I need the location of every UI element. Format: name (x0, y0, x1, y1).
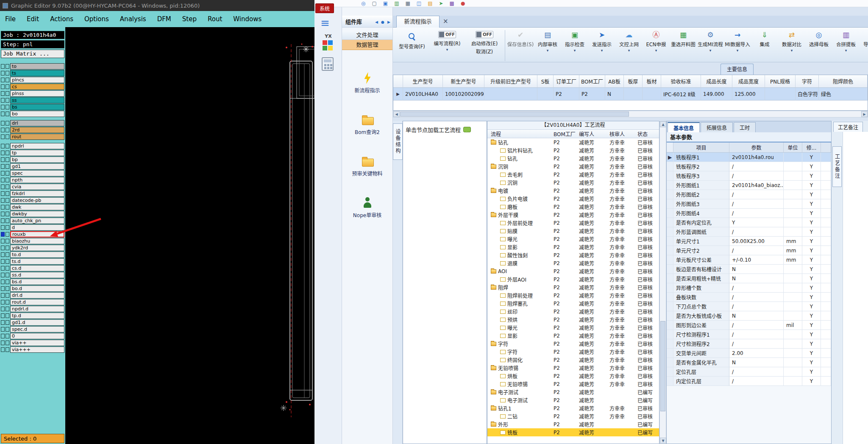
param-row[interactable]: 单元尺寸2 / mm Y (667, 246, 831, 255)
layer-context-toggle[interactable] (1, 191, 5, 196)
param-row[interactable]: 外形蓝调图纸 / Y (667, 227, 831, 237)
process-step-row[interactable]: 显影 P2 减艳芳 方幸幸 已审核 (487, 243, 659, 251)
layer-display-toggle[interactable] (6, 341, 9, 345)
column-header[interactable]: 板材 (643, 75, 661, 88)
layer-display-toggle[interactable] (6, 164, 9, 169)
menu-item[interactable]: Edit (27, 15, 39, 23)
scroll-up-icon[interactable]: ▲ (660, 121, 666, 127)
layer-context-toggle[interactable] (1, 252, 5, 257)
tab-new-flow-instruction[interactable]: 新流程指示 (396, 16, 440, 28)
layer-display-toggle[interactable] (6, 71, 9, 75)
layer-row[interactable]: ss (1, 97, 64, 103)
process-step-row[interactable]: 磨板 P2 减艳芳 方幸幸 已审核 (487, 203, 659, 211)
layer-display-toggle[interactable] (6, 91, 9, 96)
tab-work-hours[interactable]: 工时 (734, 122, 756, 132)
layer-display-toggle[interactable] (6, 286, 9, 291)
layer-row[interactable]: rout (1, 134, 64, 140)
process-step-row[interactable]: 字符 P2 减艳芳 方幸幸 已审核 (487, 348, 659, 356)
layer-row[interactable]: rout.d (1, 299, 64, 305)
layer-name[interactable]: via++ (10, 340, 64, 346)
process-step-row[interactable]: 无铅喷锡 P2 减艳芳 方幸幸 已审核 (487, 364, 659, 372)
layer-display-toggle[interactable] (6, 198, 9, 203)
param-row[interactable]: 外形图纸1 2v0101h4a0_biaoz... Y (667, 181, 831, 190)
layer-name[interactable]: via+++ (10, 346, 64, 353)
layer-context-toggle[interactable] (1, 98, 5, 103)
toolbar-button[interactable]: 导出板报 ▾ (860, 29, 868, 53)
param-row[interactable]: 叠板块数 / Y (667, 293, 831, 302)
top-toolbar-icon[interactable] (361, 0, 365, 7)
off-toggle[interactable]: OFF (438, 31, 456, 38)
param-row[interactable]: 单元尺寸1 50.00X25.00 mm Y (667, 237, 831, 246)
layer-name[interactable]: rouxb (10, 231, 64, 237)
layer-row[interactable]: ss.d (1, 272, 64, 278)
layer-row[interactable]: npdrl.d (1, 306, 64, 312)
param-row[interactable]: 是否采用粗铣+精铣 N Y (667, 274, 831, 283)
layer-display-toggle[interactable] (6, 347, 9, 352)
dropdown-caret-icon[interactable]: ▾ (588, 48, 615, 53)
layer-name[interactable]: spec.d (10, 326, 64, 332)
layer-display-toggle[interactable] (6, 239, 9, 243)
layer-name[interactable]: plnss (10, 90, 64, 97)
column-header[interactable]: BOM工厂 (579, 75, 605, 88)
column-header[interactable]: 板厚 (624, 75, 643, 88)
layer-context-toggle[interactable] (1, 198, 5, 203)
layer-name[interactable]: ss (10, 97, 64, 103)
param-row[interactable]: 异形槽个数 / Y (667, 283, 831, 293)
layer-row[interactable]: fzkdrl (1, 190, 64, 197)
layer-context-toggle[interactable] (1, 293, 5, 298)
process-step-row[interactable]: 曝光 P2 减艳芳 方幸幸 已审核 (487, 324, 659, 332)
calculator-icon[interactable] (322, 57, 334, 71)
toolbar-button[interactable]: 发送指示 ▾ (588, 29, 615, 53)
column-header[interactable]: AB板 (605, 75, 624, 88)
scroll-right-icon[interactable]: ▶ (861, 111, 868, 117)
param-row[interactable]: 尺寸检测程序1 / Y (667, 330, 831, 339)
top-toolbar-icon[interactable] (383, 0, 388, 7)
layer-name[interactable]: ts (10, 70, 64, 76)
dropdown-caret-icon[interactable]: ▾ (724, 48, 751, 53)
layer-row[interactable]: dwk (1, 204, 64, 210)
layer-row[interactable]: tp (1, 150, 64, 156)
process-step-row[interactable]: 负片电镀 P2 减艳芳 方幸幸 已审核 (487, 195, 659, 203)
process-step-row[interactable]: 阻焊前处理 P2 减艳芳 方幸幸 已审核 (487, 291, 659, 299)
col-value[interactable]: 参数 (729, 142, 784, 152)
notes-tab[interactable]: 工艺备注 (833, 122, 863, 132)
layer-row[interactable]: drl (1, 120, 64, 126)
process-step-row[interactable]: 酸性蚀刻 P2 减艳芳 方幸幸 已审核 (487, 251, 659, 259)
nav-prev-icon[interactable]: ◀ (375, 20, 378, 24)
menu-item[interactable]: Windows (233, 15, 262, 23)
process-step-row[interactable]: 二钻 P2 减艳芳 方幸幸 已审核 (487, 412, 659, 420)
col-bom-factory[interactable]: BOM工厂 (551, 130, 576, 138)
layer-name[interactable]: to.d (10, 251, 64, 258)
layer-context-toggle[interactable] (1, 320, 5, 325)
layer-name[interactable]: npth (10, 177, 64, 183)
nav-item[interactable]: 新流程指示 (342, 72, 392, 94)
toolbar-button[interactable]: 合拼提板 ▾ (832, 29, 860, 53)
layer-row[interactable]: ydk2rd (1, 245, 64, 251)
main-info-tab[interactable]: 主要信息 (721, 64, 754, 75)
layer-display-toggle[interactable] (6, 266, 9, 271)
layer-row[interactable]: cs.d (1, 265, 64, 271)
layer-display-toggle[interactable] (6, 259, 9, 264)
process-step-row[interactable]: 钻孔 P2 减艳芳 方幸幸 已审核 (487, 138, 659, 146)
column-header[interactable]: 订单工厂 (554, 75, 579, 88)
top-toolbar-icon[interactable] (372, 0, 376, 7)
layer-row[interactable]: cvia (1, 184, 64, 190)
layer-row[interactable]: bo.d (1, 285, 64, 292)
col-modified[interactable]: 修... (802, 142, 821, 152)
col-item[interactable]: 项目 (673, 142, 729, 152)
layer-row[interactable]: bs.d (1, 279, 64, 285)
layer-name[interactable]: bp (10, 156, 64, 163)
layer-display-toggle[interactable] (6, 279, 9, 284)
param-row[interactable]: 图形到边公差 / mil Y (667, 321, 831, 330)
layer-context-toggle[interactable] (1, 347, 5, 352)
layer-display-toggle[interactable] (6, 212, 9, 216)
toolbar-button[interactable]: ECN申报 ▾ (643, 29, 670, 53)
layer-context-toggle[interactable] (1, 259, 5, 264)
menu-item[interactable]: File (5, 15, 16, 23)
layer-name[interactable]: d (10, 224, 64, 231)
top-toolbar-icon[interactable] (394, 0, 399, 7)
system-badge[interactable]: 系统 (315, 3, 334, 13)
job-matrix-button[interactable]: Job Matrix ... (1, 50, 64, 58)
layer-name[interactable]: datecode-pb (10, 197, 64, 204)
toolbar-button[interactable]: 保存信息(S) ▾ (507, 29, 534, 53)
